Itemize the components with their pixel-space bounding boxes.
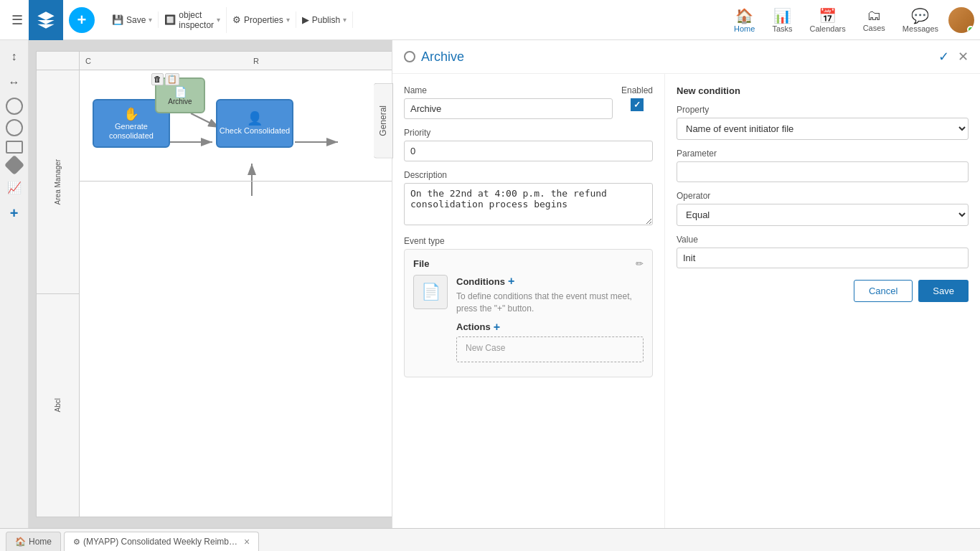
description-textarea[interactable] — [404, 183, 653, 225]
new-condition-title: New condition — [677, 85, 969, 96]
col-header-r: R — [248, 52, 415, 70]
actions-add-btn[interactable]: + — [494, 321, 500, 334]
avatar-status-dot — [967, 26, 974, 33]
messages-nav-btn[interactable]: 💬 Messages — [895, 4, 946, 36]
parameter-input[interactable] — [677, 161, 969, 182]
home-nav-label: Home — [734, 24, 755, 33]
name-enabled-row: Name Enabled — [404, 85, 653, 128]
lane-divider — [80, 181, 415, 182]
archive-node-label: Archive — [168, 98, 192, 105]
save-tool[interactable]: 💾 Save ▾ — [106, 11, 159, 28]
app-tab-close[interactable]: × — [244, 536, 250, 547]
nav-right: 🏠 Home 📊 Tasks 📅 Calendars 🗂 Cases 💬 Mes… — [727, 4, 974, 36]
trash-icon[interactable]: 🗑 — [151, 73, 164, 85]
tool-circle-1[interactable] — [6, 98, 23, 115]
publish-caret: ▾ — [343, 16, 347, 24]
tool-rect[interactable] — [6, 141, 23, 154]
value-input[interactable] — [677, 248, 969, 268]
save-label: Save — [126, 15, 146, 25]
conditions-add-btn[interactable]: + — [508, 275, 514, 288]
event-type-label: Event type — [404, 236, 653, 246]
description-group: Description — [404, 170, 653, 227]
enabled-group: Enabled — [621, 85, 653, 111]
name-input[interactable] — [404, 98, 613, 119]
tool-pan-horizontal[interactable]: ↔ — [4, 72, 25, 93]
panel-confirm-btn[interactable]: ✓ — [938, 49, 949, 65]
save-icon: 💾 — [112, 14, 123, 25]
operator-label: Operator — [677, 191, 969, 201]
check-consolidated-node[interactable]: 👤 Check Consolidated — [216, 99, 293, 148]
calendars-nav-btn[interactable]: 📅 Calendars — [803, 4, 853, 36]
panel-close-btn[interactable]: ✕ — [958, 49, 969, 65]
actions-sub: Actions + New Case — [456, 321, 644, 362]
add-button[interactable]: + — [69, 7, 95, 33]
home-tab-label: Home — [29, 537, 52, 547]
publish-label: Publish — [312, 15, 340, 25]
canvas-area[interactable]: C R Area Manager Abcl — [29, 40, 980, 528]
property-select[interactable]: Name of event initiator file Size Type E… — [677, 118, 969, 140]
panel-body: Name Enabled Priority — [392, 74, 980, 528]
user-avatar[interactable] — [948, 7, 974, 33]
actions-label: Actions — [456, 321, 491, 332]
name-label: Name — [404, 85, 613, 95]
check-label: Check Consolidated — [220, 126, 290, 136]
home-tab[interactable]: 🏠 Home — [6, 532, 61, 552]
copy-icon[interactable]: 📋 — [165, 73, 179, 85]
object-inspector-caret: ▾ — [217, 16, 220, 24]
home-nav-btn[interactable]: 🏠 Home — [727, 4, 762, 36]
operator-group: Operator Equal Not equal Contains Starts… — [677, 191, 969, 226]
conditions-header: Conditions + — [456, 275, 644, 288]
actions-header: Actions + — [456, 321, 644, 334]
tool-diamond[interactable] — [4, 155, 24, 175]
enabled-label: Enabled — [621, 85, 653, 95]
tool-pan-vertical[interactable]: ↕ — [4, 46, 25, 67]
conditions-sub: Conditions + To define conditions that t… — [456, 275, 644, 315]
calendars-nav-label: Calendars — [810, 24, 846, 33]
enabled-checkbox[interactable] — [631, 98, 644, 111]
generate-label: Generate consolidated — [94, 122, 169, 141]
save-button[interactable]: Save — [918, 280, 969, 302]
tasks-nav-btn[interactable]: 📊 Tasks — [765, 4, 799, 36]
new-case-label: New Case — [466, 343, 505, 353]
app-tab-label: (MYAPP) Consolidated Weekly Reimbursemen… — [83, 537, 241, 547]
priority-label: Priority — [404, 128, 653, 138]
app-tab[interactable]: ⚙ (MYAPP) Consolidated Weekly Reimbursem… — [64, 532, 259, 552]
cancel-button[interactable]: Cancel — [854, 280, 913, 302]
priority-input[interactable] — [404, 141, 653, 161]
panel-header: Archive ✓ ✕ — [392, 40, 980, 74]
property-group: Property Name of event initiator file Si… — [677, 105, 969, 140]
tool-chart[interactable]: 📈 — [4, 176, 25, 198]
event-type-file-title: File — [413, 258, 429, 269]
properties-label: Properties — [244, 15, 283, 25]
object-inspector-icon: 🔲 — [164, 14, 176, 25]
messages-nav-label: Messages — [903, 24, 938, 33]
description-label: Description — [404, 170, 653, 180]
svg-line-4 — [191, 113, 220, 128]
publish-tool[interactable]: ▶ Publish ▾ — [296, 11, 353, 28]
priority-group: Priority — [404, 128, 653, 161]
app-tab-icon: ⚙ — [73, 537, 80, 547]
main-area: ↕ ↔ 📈 + C R Area Manager — [0, 40, 980, 528]
tool-add-shape[interactable]: + — [4, 202, 25, 224]
operator-select[interactable]: Equal Not equal Contains Starts with — [677, 204, 969, 226]
cases-nav-btn[interactable]: 🗂 Cases — [856, 4, 892, 35]
edit-event-type-icon[interactable]: ✏ — [636, 258, 644, 269]
row-header-abcl: Abcl — [37, 294, 79, 517]
panel-left: Name Enabled Priority — [392, 74, 665, 528]
conditions-text: To define conditions that the event must… — [456, 291, 644, 315]
messages-icon: 💬 — [911, 7, 929, 24]
event-type-section: File ✏ 📄 Conditions — [404, 249, 653, 377]
panel-radio[interactable] — [404, 51, 415, 62]
general-tab[interactable]: General — [374, 83, 393, 159]
check-icon: 👤 — [247, 110, 263, 126]
app-logo[interactable] — [29, 0, 63, 40]
hamburger-menu[interactable]: ☰ — [6, 9, 29, 32]
home-icon: 🏠 — [735, 7, 753, 24]
properties-tool[interactable]: ⚙ Properties ▾ — [227, 11, 296, 28]
archive-node-tools: 🗑 📋 — [151, 73, 179, 85]
event-type-header: File ✏ — [413, 258, 644, 269]
tool-circle-2[interactable] — [6, 119, 23, 136]
event-type-group: Event type File ✏ 📄 — [404, 236, 653, 377]
publish-icon: ▶ — [302, 14, 309, 25]
object-inspector-tool[interactable]: 🔲 object inspector ▾ — [159, 7, 227, 33]
